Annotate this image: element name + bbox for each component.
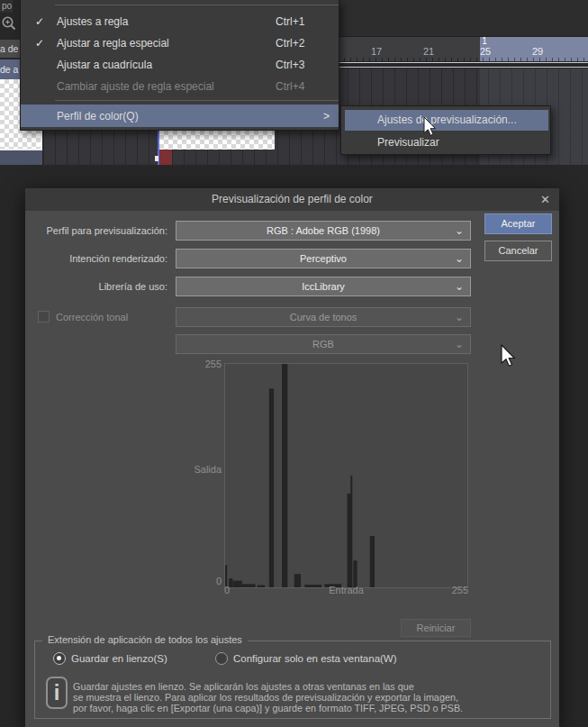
timeline-ruler-ticks <box>338 58 588 61</box>
accept-button[interactable]: Aceptar <box>484 214 552 234</box>
chevron-down-icon: ⌄ <box>455 335 464 353</box>
dialog-title: Previsualización de perfil de color <box>25 188 559 211</box>
tone-curve-select: Curva de tonos ⌄ <box>176 307 471 327</box>
library-select[interactable]: IccLibrary ⌄ <box>176 277 471 296</box>
submenu-item-label: Previsualizar <box>377 136 439 149</box>
channel-value: RGB <box>312 339 334 350</box>
timeline-row-label-fragment-2: de a <box>0 59 20 79</box>
timeline-frame-ruler[interactable]: 1 17 21 25 29 <box>338 37 588 61</box>
tone-curve-value: Curva de tonos <box>290 312 357 323</box>
mouse-cursor <box>501 344 517 368</box>
info-text-line: Guardar ajustes en lienzo. Se aplicarán … <box>73 681 414 692</box>
timeline-selected-row <box>0 150 42 165</box>
ruler-label: 29 <box>532 46 543 57</box>
x-axis-max-label: 255 <box>439 585 468 595</box>
ruler-label: 17 <box>371 46 382 57</box>
timeline-tab-fragment: po <box>0 0 14 13</box>
chevron-down-icon: ⌄ <box>455 250 464 268</box>
histogram-svg <box>225 364 467 587</box>
timeline-header-strip <box>338 0 588 37</box>
dialog-titlebar[interactable]: Previsualización de perfil de color ✕ <box>25 188 559 211</box>
submenu-item-ajustes-previsualizacion[interactable]: Ajustes de previsualización... <box>345 110 548 131</box>
reset-button[interactable]: Reiniciar <box>401 619 471 637</box>
library-label: Librería de uso: <box>25 281 167 292</box>
close-icon[interactable]: ✕ <box>540 188 550 211</box>
tone-correction-checkbox[interactable] <box>38 311 50 323</box>
menu-item-ajustar-a-cuadricula[interactable]: Ajustar a cuadrícula Ctrl+3 <box>21 54 339 76</box>
menu-shortcut: Ctrl+4 <box>276 80 304 93</box>
submenu-arrow-icon: > <box>323 110 330 123</box>
menu-item-label: Cambiar ajuste de regla especial <box>57 80 214 93</box>
save-in-canvas-radio[interactable] <box>53 652 66 665</box>
menu-separator <box>55 100 339 101</box>
tone-correction-label: Corrección tonal <box>56 312 128 323</box>
cancel-button[interactable]: Cancelar <box>484 241 552 261</box>
color-profile-submenu: Ajustes de previsualización... Previsual… <box>340 105 551 155</box>
color-profile-preview-dialog: Previsualización de perfil de color ✕ Pe… <box>25 188 559 727</box>
tone-curve-histogram[interactable] <box>224 363 468 588</box>
profile-label: Perfil para previsualización: <box>25 225 167 236</box>
menu-item-label: Ajustes a regla <box>57 15 128 28</box>
y-axis-title: Salida <box>160 464 222 475</box>
menu-item-label: Ajustar a regla especial <box>57 37 169 50</box>
timeline-playhead-marker <box>155 156 158 161</box>
rendering-intent-select[interactable]: Perceptivo ⌄ <box>176 249 471 268</box>
timeline-red-clip[interactable] <box>159 150 172 165</box>
checkmark-icon: ✓ <box>35 15 57 28</box>
library-select-value: IccLibrary <box>302 281 345 292</box>
info-icon: i <box>46 677 68 709</box>
menu-item-ajustes-a-regla[interactable]: ✓ Ajustes a regla Ctrl+1 <box>21 11 339 32</box>
save-in-canvas-label: Guardar en lienzo(S) <box>71 653 167 664</box>
profile-select[interactable]: RGB : Adobe RGB (1998) ⌄ <box>176 221 471 241</box>
mouse-cursor <box>423 116 438 137</box>
timeline-clip-transparency-strip <box>159 131 275 150</box>
extension-groupbox-legend: Extensión de aplicación de todos los aju… <box>42 634 248 645</box>
x-axis-title: Entrada <box>224 585 468 595</box>
menu-item-perfil-de-color[interactable]: Perfil de color(Q) > <box>21 105 339 127</box>
info-text-line: por favor, haga clic en [Exportar (una c… <box>73 703 463 713</box>
rendering-intent-label: Intención renderizado: <box>25 253 167 264</box>
channel-select: RGB ⌄ <box>176 334 471 354</box>
y-axis-min-label: 0 <box>160 576 222 586</box>
submenu-item-previsualizar[interactable]: Previsualizar <box>345 132 548 153</box>
menu-shortcut: Ctrl+2 <box>276 37 304 50</box>
timeline-current-frame-label: 1 <box>482 36 487 46</box>
screen: po a de de a 1 17 21 25 29 ✓ Ajustes a r… <box>0 0 588 727</box>
menu-item-ajustar-a-regla-especial[interactable]: ✓ Ajustar a regla especial Ctrl+2 <box>21 32 339 54</box>
ruler-label: 25 <box>480 46 491 57</box>
timeline-double-divider <box>338 62 588 68</box>
timeline-row-label-fragment-1: a de <box>0 40 20 58</box>
y-axis-max-label: 255 <box>160 359 222 369</box>
menu-item-label: Perfil de color(Q) <box>57 110 139 123</box>
submenu-item-label: Ajustes de previsualización... <box>377 114 517 126</box>
checkmark-icon: ✓ <box>35 37 57 50</box>
chevron-down-icon: ⌄ <box>455 277 464 295</box>
radio-selected-dot <box>57 656 61 660</box>
extension-groupbox: Extensión de aplicación de todos los aju… <box>34 641 551 719</box>
profile-select-value: RGB : Adobe RGB (1998) <box>267 225 380 236</box>
context-menu: ✓ Ajustes a regla Ctrl+1 ✓ Ajustar a reg… <box>20 0 339 131</box>
zoom-tool-icon[interactable] <box>1 15 17 32</box>
menu-shortcut: Ctrl+3 <box>276 59 304 71</box>
info-text-line: se muestra el lienzo. Para aplicar los r… <box>73 692 458 703</box>
ruler-label: 21 <box>423 46 434 57</box>
chevron-down-icon: ⌄ <box>455 222 464 240</box>
menu-separator <box>55 5 339 5</box>
only-this-window-label: Configurar solo en esta ventana(W) <box>233 653 397 664</box>
chevron-down-icon: ⌄ <box>455 308 464 326</box>
only-this-window-radio[interactable] <box>215 652 228 665</box>
menu-item-cambiar-ajuste: Cambiar ajuste de regla especial Ctrl+4 <box>21 76 339 97</box>
menu-item-label: Ajustar a cuadrícula <box>57 59 152 71</box>
menu-shortcut: Ctrl+1 <box>276 15 304 28</box>
rendering-intent-value: Perceptivo <box>300 253 347 264</box>
